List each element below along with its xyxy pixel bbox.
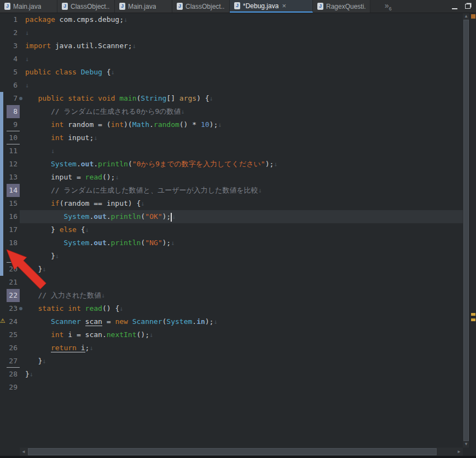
breakpoint-margin[interactable] <box>0 289 7 302</box>
editor-tab[interactable]: JClassObject... <box>57 0 115 13</box>
editor-line-row: 3import java.util.Scanner;↓ <box>0 39 463 53</box>
breakpoint-margin[interactable] <box>0 236 7 250</box>
ruler-header-warning-mark[interactable] <box>471 14 475 19</box>
code-line[interactable]: ↓ <box>20 53 463 66</box>
horizontal-scrollbar[interactable]: ◄ ► <box>20 448 463 456</box>
line-number: 1 <box>7 13 20 26</box>
method-fold-dot-icon[interactable] <box>19 307 22 310</box>
editor-tab[interactable]: J*Debug.java× <box>230 0 313 13</box>
chevron-double-right-icon: » <box>385 1 389 10</box>
scroll-up-icon[interactable]: ▲ <box>463 13 469 20</box>
code-line[interactable]: System.out.println("0から9までの数字を入力してください")… <box>20 158 463 171</box>
scroll-left-icon[interactable]: ◄ <box>20 448 27 456</box>
editor-line-row: 13 input = read();↓ <box>0 171 463 184</box>
code-line[interactable]: package com.cmps.debug;↓ <box>20 13 463 26</box>
code-line[interactable]: // 入力された数値↓ <box>20 289 463 302</box>
code-line[interactable]: import java.util.Scanner;↓ <box>20 39 463 53</box>
scroll-right-icon[interactable]: ► <box>455 448 463 456</box>
breakpoint-margin[interactable] <box>0 144 7 158</box>
breakpoint-margin[interactable] <box>0 276 7 289</box>
editor-tab[interactable]: JClassObject... <box>172 0 230 13</box>
breakpoint-margin[interactable] <box>0 250 7 263</box>
code-line[interactable]: input = read();↓ <box>20 171 463 184</box>
editor-line-row: 19 }↓ <box>0 250 463 263</box>
code-line[interactable]: return i;↓ <box>20 341 463 355</box>
code-line[interactable]: Scanner scan = new Scanner(System.in);↓ <box>20 315 463 328</box>
minimize-icon[interactable] <box>452 4 457 9</box>
code-line[interactable]: ↓ <box>20 144 463 158</box>
code-line[interactable]: }↓ <box>20 355 463 368</box>
breakpoint-margin[interactable] <box>0 79 7 92</box>
code-line[interactable]: if(random == input) {↓ <box>20 197 463 210</box>
breakpoint-margin[interactable] <box>0 131 7 144</box>
close-tab-icon[interactable]: × <box>282 2 286 9</box>
breakpoint-margin[interactable] <box>0 171 7 184</box>
breakpoint-margin[interactable] <box>0 210 7 223</box>
breakpoint-margin[interactable] <box>0 302 7 315</box>
code-line[interactable]: static int read() {↓ <box>20 302 463 315</box>
editor-line-row: 1package com.cmps.debug;↓ <box>0 13 463 26</box>
code-line[interactable]: System.out.println("OK");↓ <box>20 210 463 223</box>
code-line[interactable]: }↓ <box>20 263 463 276</box>
code-editor-pane[interactable]: 1package com.cmps.debug;↓2↓3import java.… <box>0 13 463 448</box>
line-number: 24 <box>7 315 20 328</box>
code-line[interactable] <box>20 381 463 394</box>
breakpoint-margin[interactable] <box>0 53 7 66</box>
warning-mark[interactable] <box>471 318 475 321</box>
editor-tab[interactable]: JRagexQuesti... <box>313 0 370 13</box>
breakpoint-margin[interactable] <box>0 92 7 105</box>
line-number: 14 <box>7 184 20 197</box>
code-line[interactable]: ↓ <box>20 26 463 39</box>
breakpoint-margin[interactable] <box>0 355 7 368</box>
scroll-down-icon[interactable]: ▼ <box>463 441 469 448</box>
code-line[interactable]: public static void main(String[] args) {… <box>20 92 463 105</box>
maximize-icon[interactable] <box>465 4 471 9</box>
code-line[interactable]: // ランダムに生成される0から9の数値↓ <box>20 105 463 118</box>
breakpoint-margin[interactable] <box>0 158 7 171</box>
breakpoint-margin[interactable] <box>0 26 7 39</box>
editor-line-row: 25 int i = scan.nextInt();↓ <box>0 328 463 341</box>
java-file-icon: J <box>317 3 323 10</box>
editor-line-row: 27 }↓ <box>0 355 463 368</box>
method-fold-dot-icon[interactable] <box>19 97 22 100</box>
line-number: 25 <box>7 328 20 341</box>
warning-mark[interactable] <box>471 313 475 316</box>
code-line[interactable]: ↓ <box>20 276 463 289</box>
breakpoint-margin[interactable] <box>0 184 7 197</box>
horizontal-scrollbar-thumb[interactable] <box>28 448 437 455</box>
breakpoint-margin[interactable] <box>0 223 7 236</box>
breakpoint-margin[interactable] <box>0 66 7 79</box>
code-line[interactable]: public class Debug {↓ <box>20 66 463 79</box>
line-number: 11 <box>7 144 20 158</box>
code-line[interactable]: int input;↓ <box>20 131 463 144</box>
breakpoint-margin[interactable]: ⚠ <box>0 315 7 328</box>
editor-tab[interactable]: JMain.java <box>0 0 57 13</box>
code-line[interactable]: int i = scan.nextInt();↓ <box>20 328 463 341</box>
breakpoint-margin[interactable] <box>0 118 7 131</box>
vertical-scrollbar-thumb[interactable] <box>463 20 469 441</box>
vertical-scrollbar[interactable]: ▲ ▼ <box>463 13 469 448</box>
breakpoint-margin[interactable] <box>0 328 7 341</box>
tab-overflow-button[interactable]: »6 <box>385 1 392 11</box>
breakpoint-margin[interactable] <box>0 381 7 394</box>
code-line[interactable]: ↓ <box>20 79 463 92</box>
breakpoint-margin[interactable] <box>0 197 7 210</box>
editor-tab[interactable]: JMain.java <box>115 0 172 13</box>
line-number: 16 <box>7 210 20 223</box>
code-line[interactable]: System.out.println("NG");↓ <box>20 236 463 250</box>
code-line[interactable]: int random = (int)(Math.random() * 10);↓ <box>20 118 463 131</box>
code-line[interactable]: // ランダムに生成した数値と、ユーザーが入力した数値を比較↓ <box>20 184 463 197</box>
breakpoint-margin[interactable] <box>0 341 7 355</box>
warning-marker-icon[interactable]: ⚠ <box>0 317 5 325</box>
breakpoint-margin[interactable] <box>0 13 7 26</box>
editor-line-row: 5public class Debug {↓ <box>0 66 463 79</box>
breakpoint-margin[interactable] <box>0 263 7 276</box>
line-number: 23 <box>7 302 20 315</box>
breakpoint-margin[interactable] <box>0 105 7 118</box>
code-line[interactable]: }↓ <box>20 250 463 263</box>
code-line[interactable]: } else {↓ <box>20 223 463 236</box>
breakpoint-margin[interactable] <box>0 368 7 381</box>
breakpoint-margin[interactable] <box>0 39 7 53</box>
line-number: 8 <box>7 105 20 118</box>
code-line[interactable]: }↓ <box>20 368 463 381</box>
